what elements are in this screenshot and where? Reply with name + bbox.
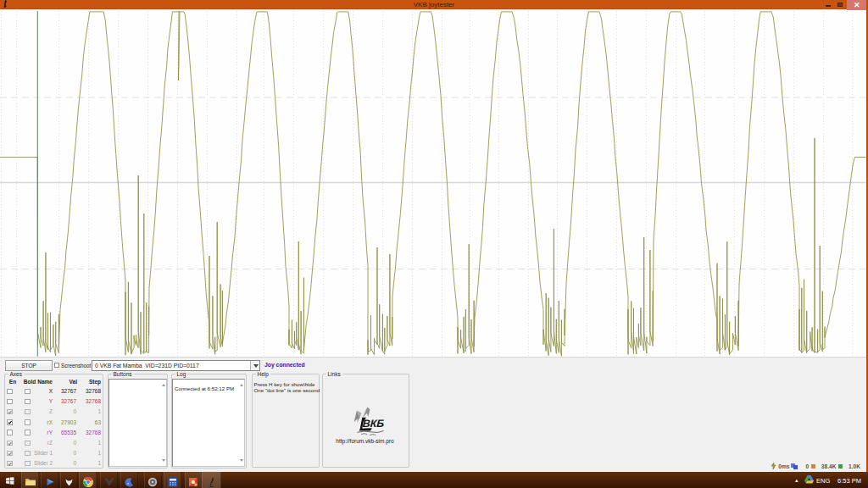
svg-text:ВКБ: ВКБ	[362, 418, 385, 430]
